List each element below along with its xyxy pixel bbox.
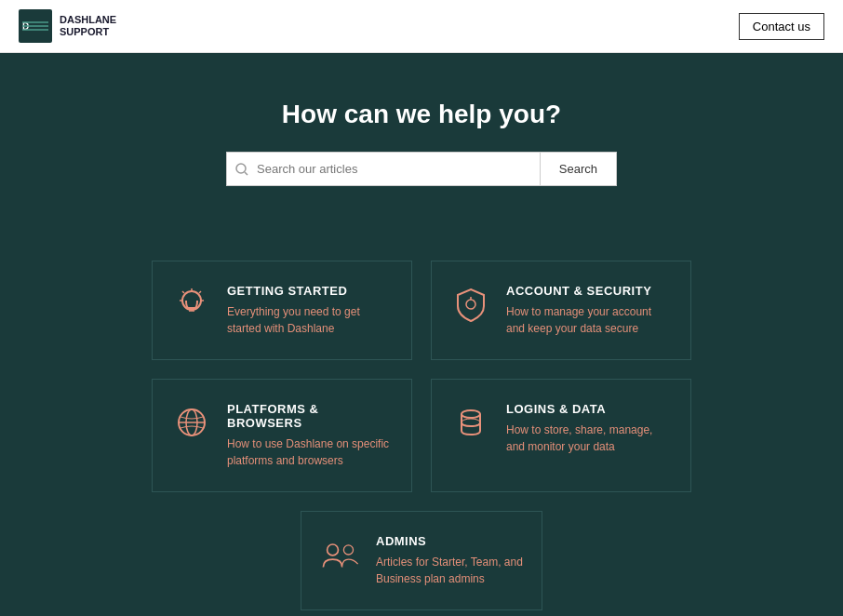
cards-row-2: PLATFORMS & BROWSERS How to use Dashlane… <box>74 379 769 492</box>
hero-section: How can we help you? Search <box>0 53 843 242</box>
bulb-icon <box>171 284 212 325</box>
card-account-security-desc: How to manage your account and keep your… <box>506 303 672 337</box>
cards-row-3: ADMINS Articles for Starter, Team, and B… <box>74 511 769 610</box>
card-admins[interactable]: ADMINS Articles for Starter, Team, and B… <box>301 511 542 610</box>
search-button[interactable]: Search <box>541 152 617 186</box>
search-input-wrap <box>226 152 541 186</box>
card-admins-desc: Articles for Starter, Team, and Business… <box>376 554 523 587</box>
card-getting-started-content: GETTING STARTED Everything you need to g… <box>227 284 393 337</box>
card-platforms-desc: How to use Dashlane on specific platform… <box>227 435 393 469</box>
database-icon <box>450 402 491 443</box>
card-getting-started-desc: Everything you need to get started with … <box>227 303 393 337</box>
search-input[interactable] <box>226 152 541 186</box>
card-logins-content: LOGINS & DATA How to store, share, manag… <box>506 402 672 455</box>
logo-text: DASHLANE SUPPORT <box>60 14 116 38</box>
card-admins-content: ADMINS Articles for Starter, Team, and B… <box>376 534 523 587</box>
card-logins-title: LOGINS & DATA <box>506 402 672 416</box>
svg-point-22 <box>328 544 339 556</box>
cards-section: GETTING STARTED Everything you need to g… <box>0 242 843 616</box>
card-account-security[interactable]: ACCOUNT & SECURITY How to manage your ac… <box>431 261 691 360</box>
hero-title: How can we help you? <box>19 100 824 129</box>
card-getting-started-title: GETTING STARTED <box>227 284 393 298</box>
card-account-security-content: ACCOUNT & SECURITY How to manage your ac… <box>506 284 672 337</box>
svg-point-15 <box>466 300 475 309</box>
search-icon <box>235 163 248 176</box>
card-logins-data[interactable]: LOGINS & DATA How to store, share, manag… <box>431 379 691 492</box>
svg-line-12 <box>199 291 201 293</box>
logo-area: D DASHLANE SUPPORT <box>19 9 116 43</box>
shield-icon <box>450 284 491 325</box>
card-platforms-browsers[interactable]: PLATFORMS & BROWSERS How to use Dashlane… <box>152 379 412 492</box>
cards-row-1: GETTING STARTED Everything you need to g… <box>74 261 769 360</box>
svg-line-6 <box>245 172 248 175</box>
svg-line-11 <box>182 291 184 293</box>
people-icon <box>320 534 361 575</box>
card-account-security-title: ACCOUNT & SECURITY <box>506 284 672 298</box>
card-logins-desc: How to store, share, manage, and monitor… <box>506 422 672 455</box>
card-getting-started[interactable]: GETTING STARTED Everything you need to g… <box>152 261 412 360</box>
svg-point-21 <box>462 419 480 426</box>
contact-button[interactable]: Contact us <box>739 13 824 40</box>
globe-icon <box>171 402 212 443</box>
card-admins-title: ADMINS <box>376 534 523 548</box>
svg-point-23 <box>343 545 353 555</box>
svg-point-20 <box>462 410 480 418</box>
header: D DASHLANE SUPPORT Contact us <box>0 0 843 53</box>
card-platforms-content: PLATFORMS & BROWSERS How to use Dashlane… <box>227 402 393 469</box>
dashlane-logo-icon: D <box>19 9 52 43</box>
search-bar: Search <box>226 152 617 186</box>
card-platforms-title: PLATFORMS & BROWSERS <box>227 402 393 430</box>
svg-point-5 <box>236 164 246 173</box>
